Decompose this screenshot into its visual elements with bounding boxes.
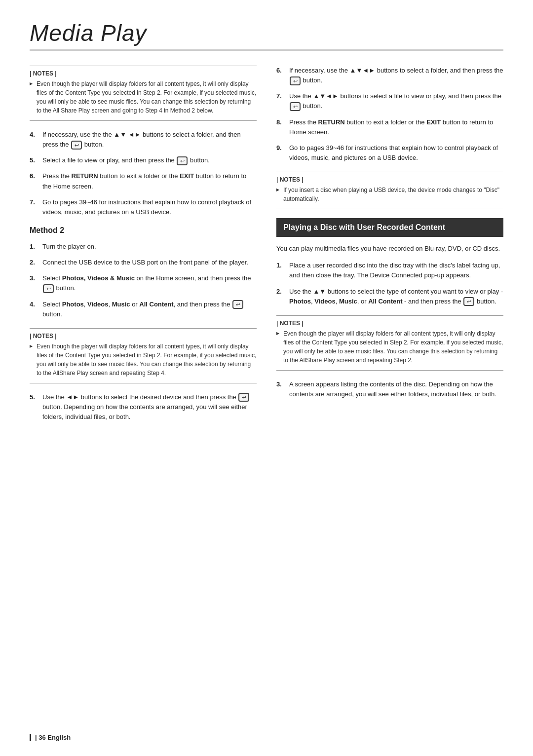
page-title: Media Play — [30, 20, 503, 46]
step-number: 4. — [30, 300, 38, 319]
step-text: Use the ▲▼◄► buttons to select a file to… — [289, 91, 503, 111]
step-number: 5. — [30, 392, 38, 422]
step-text: Go to pages 39~46 for instructions that … — [289, 143, 503, 163]
step-number: 1. — [276, 261, 285, 280]
notes-label-4: | NOTES | — [276, 320, 503, 327]
right-column: 6. If necessary, use the ▲▼◄► buttons to… — [276, 66, 503, 431]
step-text: If necessary, use the ▲▼◄► buttons to se… — [289, 66, 503, 85]
disc-steps-bottom-list: 3. A screen appears listing the contents… — [276, 379, 503, 399]
step-text: Turn the player on. — [42, 242, 257, 252]
step-item: 9. Go to pages 39~46 for instructions th… — [276, 143, 503, 163]
step-item: 4. Select Photos, Videos, Music or All C… — [30, 300, 257, 319]
enter-button-icon — [43, 284, 54, 293]
disc-steps-list: 1. Place a user recorded disc into the d… — [276, 261, 503, 306]
page-header: Media Play — [30, 20, 503, 51]
note-item: Even though the player will display fold… — [276, 329, 503, 365]
step-text: Go to pages 39~46 for instructions that … — [42, 197, 257, 217]
step-number: 3. — [276, 379, 285, 399]
method2-notes-box: | NOTES | Even though the player will di… — [30, 328, 257, 383]
step-item: 1. Turn the player on. — [30, 242, 257, 252]
right-steps-top-list: 6. If necessary, use the ▲▼◄► buttons to… — [276, 66, 503, 163]
step-item: 3. A screen appears listing the contents… — [276, 379, 503, 399]
enter-button-icon — [177, 156, 188, 165]
enter-button-icon — [71, 141, 82, 150]
step-item: 1. Place a user recorded disc into the d… — [276, 261, 503, 280]
right-notes-bottom-list: Even though the player will display fold… — [276, 329, 503, 365]
step-text: Place a user recorded disc into the disc… — [289, 261, 503, 280]
note-item: If you insert a disc when playing a USB … — [276, 186, 503, 203]
right-notes-top-box: | NOTES | If you insert a disc when play… — [276, 172, 503, 209]
steps-top-list: 4. If necessary, use the the ▲▼ ◄► butto… — [30, 130, 257, 217]
method2-notes-list: Even though the player will display fold… — [30, 342, 257, 378]
step-number: 5. — [30, 155, 38, 165]
top-notes-box: | NOTES | Even though the player will di… — [30, 66, 257, 121]
disc-section-heading: Playing a Disc with User Recorded Conten… — [276, 218, 503, 237]
step-text: Use the ◄► buttons to select the desired… — [42, 392, 257, 422]
notes-label-2: | NOTES | — [30, 333, 257, 340]
step-item: 3. Select Photos, Videos & Music on the … — [30, 273, 257, 293]
step-number: 2. — [30, 258, 38, 267]
step-item: 7. Use the ▲▼◄► buttons to select a file… — [276, 91, 503, 111]
step-item: 2. Use the ▲▼ buttons to select the type… — [276, 287, 503, 306]
enter-button-icon — [238, 393, 249, 402]
note-item: Even though the player will display fold… — [30, 342, 257, 378]
notes-label-1: | NOTES | — [30, 70, 257, 77]
step-number: 1. — [30, 242, 38, 252]
note-item: Even though the player will display fold… — [30, 79, 257, 115]
right-notes-bottom-box: | NOTES | Even though the player will di… — [276, 315, 503, 371]
step-number: 7. — [276, 91, 285, 111]
top-notes-list: Even though the player will display fold… — [30, 79, 257, 115]
step-text: Select Photos, Videos, Music or All Cont… — [42, 300, 257, 319]
step-item: 5. Use the ◄► buttons to select the desi… — [30, 392, 257, 422]
step-text: Use the ▲▼ buttons to select the type of… — [289, 287, 503, 306]
step-number: 8. — [276, 117, 285, 137]
page: Media Play | NOTES | Even though the pla… — [0, 0, 533, 756]
step-item: 8. Press the RETURN button to exit a fol… — [276, 117, 503, 137]
step-text: Press the RETURN button to exit a folder… — [289, 117, 503, 137]
step-item: 2. Connect the USB device to the USB por… — [30, 258, 257, 267]
step-number: 4. — [30, 130, 38, 150]
enter-button-icon — [463, 297, 474, 306]
steps-bottom-list: 5. Use the ◄► buttons to select the desi… — [30, 392, 257, 422]
step-text: If necessary, use the the ▲▼ ◄► buttons … — [42, 130, 257, 150]
method2-steps-list: 1. Turn the player on. 2. Connect the US… — [30, 242, 257, 319]
notes-label-3: | NOTES | — [276, 176, 503, 183]
step-text: A screen appears listing the contents of… — [289, 379, 503, 399]
step-item: 4. If necessary, use the the ▲▼ ◄► butto… — [30, 130, 257, 150]
enter-button-icon — [290, 76, 301, 85]
step-number: 6. — [276, 66, 285, 85]
step-text: Press the RETURN button to exit a folder… — [42, 171, 257, 191]
step-text: Select Photos, Videos & Music on the Hom… — [42, 273, 257, 293]
step-item: 6. Press the RETURN button to exit a fol… — [30, 171, 257, 191]
main-content: | NOTES | Even though the player will di… — [30, 66, 503, 431]
enter-button-icon — [290, 102, 301, 111]
disc-intro-text: You can play multimedia files you have r… — [276, 244, 503, 254]
step-item: 5. Select a file to view or play, and th… — [30, 155, 257, 165]
step-item: 6. If necessary, use the ▲▼◄► buttons to… — [276, 66, 503, 85]
method2-heading: Method 2 — [30, 226, 257, 235]
step-number: 7. — [30, 197, 38, 217]
step-item: 7. Go to pages 39~46 for instructions th… — [30, 197, 257, 217]
left-column: | NOTES | Even though the player will di… — [30, 66, 257, 431]
step-number: 9. — [276, 143, 285, 163]
page-footer: | 36 English — [30, 734, 71, 741]
step-number: 2. — [276, 287, 285, 306]
step-number: 6. — [30, 171, 38, 191]
enter-button-icon — [232, 300, 243, 309]
step-number: 3. — [30, 273, 38, 293]
step-text: Select a file to view or play, and then … — [42, 155, 257, 165]
step-text: Connect the USB device to the USB port o… — [42, 258, 257, 267]
right-notes-top-list: If you insert a disc when playing a USB … — [276, 186, 503, 203]
